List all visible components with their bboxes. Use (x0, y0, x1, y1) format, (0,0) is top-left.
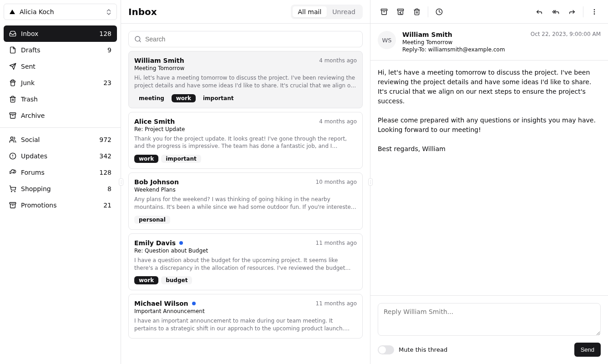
nav-item-count: 128 (99, 30, 111, 37)
page-title: Inbox (128, 6, 291, 17)
message-card[interactable]: Alice Smith4 months agoRe: Project Updat… (128, 112, 363, 169)
send-icon (9, 63, 16, 70)
nav-item-label: Junk (21, 79, 99, 86)
forums-icon (9, 169, 16, 176)
card-preview: Thank you for the project update. It loo… (134, 135, 357, 151)
card-subject: Re: Question about Budget (134, 248, 357, 254)
file-icon (9, 46, 16, 54)
card-tags: meetingworkimportant (134, 94, 357, 102)
card-time: 11 months ago (316, 300, 357, 307)
tag: meeting (134, 94, 169, 102)
nav-item-trash[interactable]: Trash (4, 91, 117, 107)
nav-item-archive[interactable]: Archive (4, 107, 117, 124)
card-time: 4 months ago (319, 57, 357, 64)
message-card[interactable]: Michael Wilson11 months agoImportant Ann… (128, 294, 363, 339)
search-field[interactable] (128, 31, 363, 47)
unread-dot-icon (192, 302, 196, 305)
unread-dot-icon (179, 241, 183, 245)
nav-item-forums[interactable]: Forums128 (4, 164, 117, 181)
resize-handle[interactable]: ⋮ (119, 178, 123, 186)
toolbar-separator (583, 6, 583, 17)
nav-item-shopping[interactable]: Shopping8 (4, 181, 117, 197)
forward-button[interactable] (564, 4, 580, 20)
mute-thread-label: Mute this thread (399, 346, 447, 353)
tag: personal (134, 216, 170, 224)
move-to-junk-button[interactable] (392, 4, 409, 20)
reply-button[interactable] (531, 4, 547, 20)
nav-item-label: Sent (21, 63, 111, 70)
reply-textarea[interactable] (378, 303, 601, 336)
nav-item-updates[interactable]: Updates342 (4, 148, 117, 164)
nav-item-junk[interactable]: Junk23 (4, 75, 117, 91)
more-actions-button[interactable] (586, 4, 603, 20)
account-logo-icon (10, 10, 15, 14)
card-tags: workimportant (134, 155, 357, 163)
nav-item-label: Shopping (21, 185, 103, 192)
sidebar: Alicia Koch Inbox128Drafts9SentJunk23Tra… (0, 0, 121, 364)
nav-item-label: Promotions (21, 202, 99, 209)
nav-item-label: Forums (21, 169, 95, 176)
message-card[interactable]: Bob Johnson10 months agoWeekend PlansAny… (128, 172, 363, 230)
cart-icon (9, 185, 16, 192)
trash-icon (9, 96, 16, 103)
search-input[interactable] (145, 35, 357, 43)
nav-item-count: 21 (103, 202, 111, 209)
card-preview: I have a question about the budget for t… (134, 257, 357, 272)
card-subject: Re: Project Update (134, 126, 357, 132)
reply-all-button[interactable] (547, 4, 564, 20)
avatar: WS (378, 31, 396, 49)
toolbar-separator (428, 6, 428, 17)
nav-item-label: Updates (21, 152, 95, 160)
message-detail-pane: WS William Smith Meeting Tomorrow Reply-… (370, 0, 608, 364)
message-body: Hi, let's have a meeting tomorrow to dis… (370, 61, 608, 295)
delete-button[interactable] (409, 4, 425, 20)
tag: work (172, 94, 196, 102)
nav-item-inbox[interactable]: Inbox128 (4, 25, 117, 42)
card-subject: Important Announcement (134, 308, 357, 314)
mute-thread-toggle[interactable] (378, 345, 394, 354)
message-reply-to: Reply-To: williamsmith@example.com (402, 46, 524, 53)
message-list[interactable]: William Smith4 months agoMeeting Tomorro… (121, 51, 370, 364)
nav-item-sent[interactable]: Sent (4, 58, 117, 75)
nav-item-count: 342 (99, 152, 111, 160)
nav-separator (0, 127, 121, 128)
card-preview: Hi, let's have a meeting tomorrow to dis… (134, 74, 357, 90)
nav-item-promotions[interactable]: Promotions21 (4, 197, 117, 213)
promo-icon (9, 202, 16, 209)
message-card[interactable]: William Smith4 months agoMeeting Tomorro… (128, 51, 363, 108)
users-icon (9, 136, 16, 143)
message-sender: William Smith (402, 31, 524, 38)
nav-item-label: Trash (21, 96, 111, 103)
junk-icon (9, 79, 16, 86)
archive-button[interactable] (376, 4, 392, 20)
card-preview: Any plans for the weekend? I was thinkin… (134, 196, 357, 211)
send-button[interactable]: Send (574, 343, 601, 357)
mail-filter-tabs: All mail Unread (291, 5, 363, 19)
card-sender: Bob Johnson (134, 178, 179, 186)
nav-item-drafts[interactable]: Drafts9 (4, 42, 117, 58)
message-list-pane: Inbox All mail Unread William Smith4 mon… (121, 0, 370, 364)
card-sender: William Smith (134, 57, 184, 64)
inbox-icon (9, 30, 16, 37)
message-date: Oct 22, 2023, 9:00:00 AM (531, 31, 601, 37)
resize-handle[interactable]: ⋮ (368, 178, 373, 186)
tab-all-mail[interactable]: All mail (293, 6, 327, 17)
nav-item-label: Inbox (21, 30, 95, 37)
snooze-button[interactable] (431, 4, 447, 20)
card-sender: Alice Smith (134, 118, 175, 125)
tag: important (198, 94, 238, 102)
nav-item-count: 128 (99, 169, 111, 176)
tag: important (161, 155, 201, 163)
tab-unread[interactable]: Unread (327, 6, 361, 17)
account-switcher[interactable]: Alicia Koch (4, 4, 117, 20)
nav-item-count: 23 (103, 79, 111, 86)
card-subject: Weekend Plans (134, 187, 357, 193)
card-time: 4 months ago (319, 118, 357, 125)
nav-item-social[interactable]: Social972 (4, 131, 117, 148)
tag: work (134, 155, 158, 163)
message-card[interactable]: Emily Davis11 months agoRe: Question abo… (128, 233, 363, 291)
nav-item-label: Archive (21, 112, 111, 119)
nav-item-count: 9 (107, 46, 111, 54)
card-sender: Emily Davis (134, 239, 176, 247)
card-time: 10 months ago (316, 179, 357, 185)
